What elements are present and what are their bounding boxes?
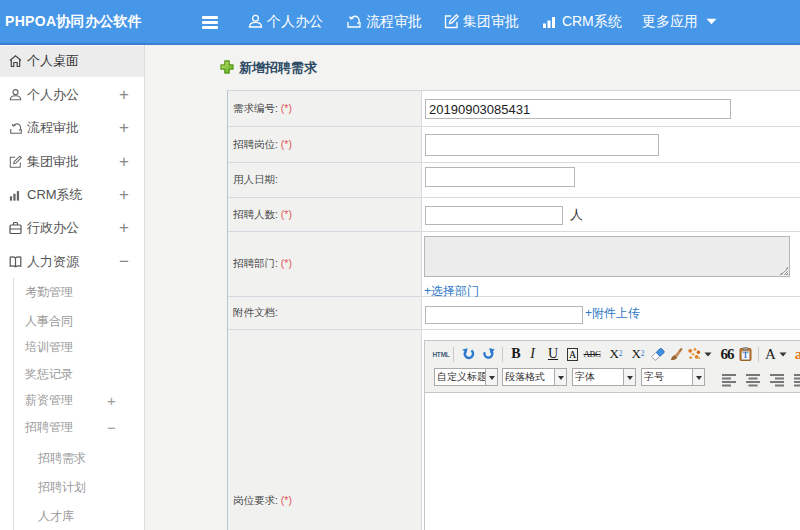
- svg-text:T: T: [743, 351, 749, 360]
